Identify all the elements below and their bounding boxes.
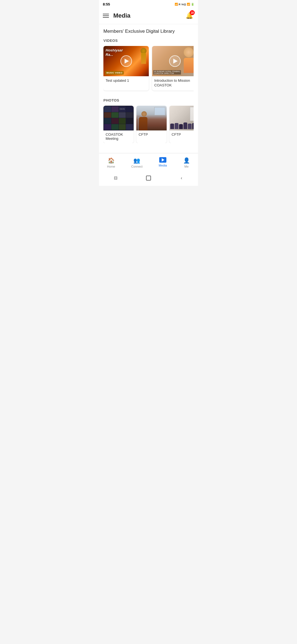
system-nav-bar: ⊟ ‹: [99, 171, 198, 186]
meeting-cell-9: [104, 118, 111, 124]
play-triangle-1: [125, 59, 129, 64]
photo-card-2[interactable]: CFTP: [136, 106, 167, 143]
meeting-cell-14: [111, 124, 119, 130]
section-header-title: Members' Exclusive Digital Library: [103, 29, 194, 34]
video-card-1-title: Test updated 1: [103, 76, 149, 86]
meeting-cell-3: ISKON: [119, 106, 126, 112]
nav-item-home[interactable]: 🏠 Home: [103, 156, 119, 169]
home-system-icon: [146, 176, 151, 181]
meeting-cell-15: [119, 124, 126, 130]
hamburger-line3: [103, 17, 109, 18]
hoshiyaar-text: HoshiyaarRa...: [106, 48, 123, 57]
recent-apps-button[interactable]: ⊟: [112, 174, 119, 182]
home-icon: 🏠: [108, 157, 115, 164]
back-icon: ‹: [181, 176, 182, 181]
meeting-cell-4: [126, 106, 133, 112]
time: 8:55: [103, 2, 110, 6]
home-system-button[interactable]: [145, 174, 152, 182]
notification-badge: 18: [190, 10, 195, 15]
meeting-cell-6: [111, 112, 119, 118]
play-triangle-2: [173, 59, 178, 64]
status-bar: 8:55 📶 R Vo)) 📶 🔋: [99, 0, 198, 7]
meeting-cell-8: [126, 112, 133, 118]
nav-item-connect[interactable]: 👥 Connect: [127, 156, 147, 169]
back-button[interactable]: ‹: [178, 174, 185, 182]
photo-thumb-3: [169, 106, 194, 130]
photo-thumb-1: ISKON: [103, 106, 134, 130]
hamburger-line2: [103, 15, 109, 16]
videos-row: HoshiyaarRa... MUSIC VIDEO Test updated …: [103, 46, 194, 92]
video-thumb-1: HoshiyaarRa... MUSIC VIDEO: [103, 46, 149, 76]
meeting-cell-11: [119, 118, 126, 124]
hamburger-menu[interactable]: [103, 14, 109, 18]
main-content: Members' Exclusive Digital Library VIDEO…: [99, 24, 198, 153]
meeting-cell-1: [104, 106, 111, 112]
status-icons: 📶 R Vo)) 📶 🔋: [175, 3, 194, 6]
meeting-cell-10: [111, 118, 119, 124]
video-thumb-2: HI SUNDAR GOPAL PRABHUCOASTOK DIRECTOR: [152, 46, 194, 76]
nav-label-media: Media: [159, 164, 167, 167]
header: Media 🔔 18: [99, 7, 198, 24]
connect-icon: 👥: [133, 157, 140, 164]
nav-label-home: Home: [107, 165, 115, 168]
video-2-play-btn[interactable]: [169, 55, 181, 67]
wifi-icon: 📶: [175, 3, 178, 6]
header-left: Media: [103, 12, 130, 19]
meeting-cell-2: [111, 106, 119, 112]
videos-section-label: VIDEOS: [103, 39, 194, 43]
bottom-nav: 🏠 Home 👥 Connect Media 👤 Me: [99, 153, 198, 171]
video-card-1[interactable]: HoshiyaarRa... MUSIC VIDEO Test updated …: [103, 46, 149, 91]
media-icon: [159, 157, 166, 163]
photo-card-1[interactable]: ISKON COASTOK Meeting: [103, 106, 134, 143]
photos-row: ISKON COASTOK Meeting: [103, 106, 194, 143]
photo-card-2-title: CFTP: [136, 130, 167, 139]
me-icon: 👤: [183, 157, 190, 164]
nav-item-me[interactable]: 👤 Me: [179, 156, 194, 169]
photo-card-1-title: COASTOK Meeting: [103, 130, 134, 143]
nav-item-media[interactable]: Media: [154, 156, 171, 169]
video-card-2[interactable]: HI SUNDAR GOPAL PRABHUCOASTOK DIRECTOR I…: [152, 46, 194, 91]
meeting-cell-7: [119, 112, 126, 118]
video-1-play-btn[interactable]: [120, 55, 132, 67]
photo-card-3[interactable]: CFTP: [169, 106, 194, 143]
photo-card-3-title: CFTP: [169, 130, 194, 139]
page-title: Media: [113, 12, 130, 19]
meeting-cell-5: [104, 112, 111, 118]
battery-icon: 🔋: [191, 3, 194, 6]
meeting-cell-16: [126, 124, 133, 130]
meeting-cell-13: [104, 124, 111, 130]
photo-thumb-2: [136, 106, 167, 130]
nav-label-connect: Connect: [131, 165, 142, 168]
video-card-2-title: Introduction to Mission COASTOK: [152, 76, 194, 91]
signal2-icon: 📶: [187, 3, 190, 6]
meeting-cell-12: [126, 118, 133, 124]
notification-button[interactable]: 🔔 18: [184, 11, 194, 21]
nav-label-me: Me: [185, 165, 189, 168]
lte-icon: Vo)): [181, 3, 186, 6]
recent-apps-icon: ⊟: [114, 175, 117, 181]
video-thumb-1-label: MUSIC VIDEO: [105, 71, 124, 75]
photos-section-label: PHOTOS: [103, 98, 194, 102]
signal-icon: R: [179, 3, 181, 6]
hamburger-line1: [103, 14, 109, 14]
